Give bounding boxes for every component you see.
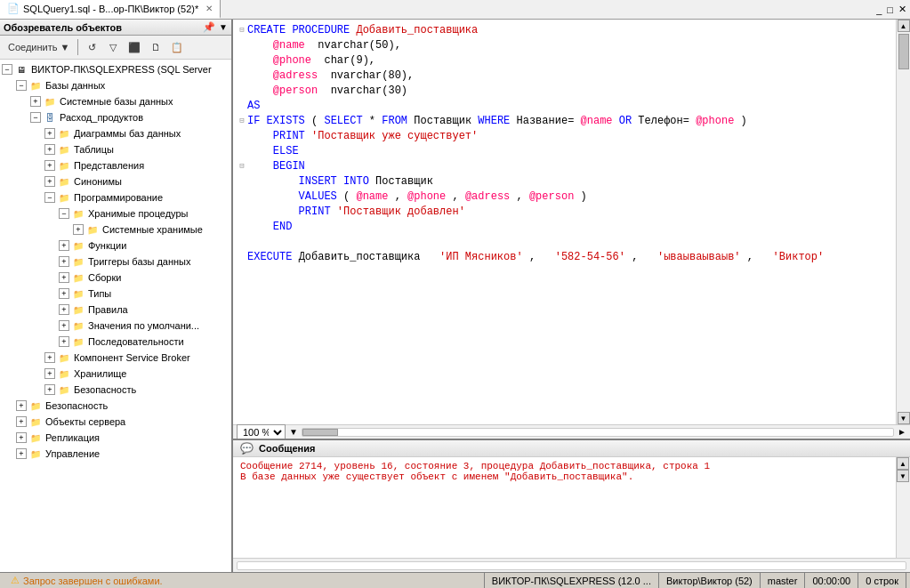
refresh-button[interactable]: ↺ [82,37,101,57]
arrow-icon[interactable]: ▼ [219,22,228,32]
scroll-thumb[interactable] [898,34,909,69]
tree-item-databases[interactable]: − 📁 Базы данных [2,77,230,93]
tree-item-storedprocs[interactable]: − 📁 Хранимые процедуры [2,205,230,222]
tree-item-functions[interactable]: + 📁 Функции [2,238,230,254]
msg-scroll-up[interactable]: ▲ [897,457,909,470]
tree-item-types[interactable]: + 📁 Типы [2,286,230,302]
expand-replication[interactable]: + [16,432,27,443]
scroll-up-arrow[interactable]: ▲ [898,20,910,32]
zoom-dropdown-arrow[interactable]: ▼ [289,427,298,437]
kw-insert: INSERT [299,175,337,188]
h-scroll-track[interactable] [302,428,894,437]
expand-types[interactable]: + [59,288,69,299]
expand-databases[interactable]: − [16,80,27,91]
line-expand-10[interactable]: ⊟ [237,161,247,173]
expand-расход[interactable]: − [30,112,41,123]
h-scroll-right-arrow[interactable]: ► [898,427,906,437]
tree-item-db-расход[interactable]: − 🗄 Расход_продуктов [2,109,230,125]
v-adress: @adress [465,190,510,203]
expand-system-dbs[interactable]: + [30,96,41,107]
summary-button[interactable]: 📋 [167,37,187,57]
code-vertical-scrollbar[interactable]: ▲ ▼ [896,20,910,424]
proc-name: Добавить_поставщика [356,24,478,36]
status-user-text: Виктор\Виктор (52) [666,576,753,586]
expand-rules[interactable]: + [59,304,69,315]
tree-item-servicebroker[interactable]: + 📁 Компонент Service Broker [2,350,230,366]
tree-item-security[interactable]: + 📁 Безопасность [2,398,230,414]
expand-tables[interactable]: + [44,144,55,155]
minimize-icon[interactable]: _ [876,4,882,15]
expand-defaults[interactable]: + [59,320,69,331]
tree-item-tables[interactable]: + 📁 Таблицы [2,141,230,157]
code-line-3: @phone char(9), [237,53,892,68]
tree-item-replication[interactable]: + 📁 Репликация [2,430,230,446]
str-exists: 'Поставщик уже существует' [311,130,478,142]
expand-servicebroker[interactable]: + [44,352,55,363]
tree-item-db-security[interactable]: + 📁 Безопасность [2,382,230,398]
tree-item-server[interactable]: − 🖥 ВИКТОР-ПК\SQLEXPRESS (SQL Server [2,61,230,77]
msg-vertical-scrollbar[interactable]: ▲ ▼ [896,457,910,558]
code-line-14: END [237,220,892,235]
line-content-1: CREATE PROCEDURE Добавить_поставщика [247,23,892,38]
tree-item-system-dbs[interactable]: + 📁 Системные базы данных [2,93,230,109]
msg-h-scroll-track[interactable] [237,561,906,570]
tree-item-views[interactable]: + 📁 Представления [2,157,230,173]
line-expand-7[interactable]: ⊟ [237,116,247,127]
filter-button[interactable]: ▽ [103,37,123,57]
expand-storage[interactable]: + [44,368,55,379]
tab-close-button[interactable]: ✕ [205,4,213,13]
messages-panel: 💬 Сообщения Сообщение 2714, уровень 16, … [233,439,910,572]
pin-icon[interactable]: 📌 [203,21,215,33]
tree-item-rules[interactable]: + 📁 Правила [2,302,230,318]
new-query-button[interactable]: 🗋 [146,37,165,57]
tree-item-synonyms[interactable]: + 📁 Синонимы [2,173,230,189]
tree-item-storage[interactable]: + 📁 Хранилище [2,366,230,382]
expand-diagrams[interactable]: + [44,128,55,139]
code-editor[interactable]: ⊟ CREATE PROCEDURE Добавить_поставщика @… [233,20,896,424]
expand-functions[interactable]: + [59,240,69,251]
folder-icon-types: 📁 [71,286,85,301]
code-line-5: @person nvarchar(30) [237,84,892,99]
h-scroll-thumb[interactable] [302,429,338,436]
status-db-text: master [768,576,798,586]
status-db-seg: master [761,573,806,588]
tree-item-diagrams[interactable]: + 📁 Диаграммы баз данных [2,125,230,141]
tree-item-defaults[interactable]: + 📁 Значения по умолчани... [2,318,230,334]
close-icon[interactable]: ✕ [898,4,906,15]
tree-item-dbtriggers[interactable]: + 📁 Триггеры базы данных [2,254,230,270]
tree-item-assemblies[interactable]: + 📁 Сборки [2,270,230,286]
expand-db-security[interactable]: + [44,384,55,395]
query-tab[interactable]: 📄 SQLQuery1.sql - В...op-ПК\Виктор (52)*… [0,0,221,19]
expand-server[interactable]: − [2,64,12,75]
restore-icon[interactable]: □ [887,4,893,15]
zoom-select[interactable]: 100 % [237,424,286,440]
tree-item-server-objects[interactable]: + 📁 Объекты сервера [2,414,230,430]
expand-dbtriggers[interactable]: + [59,256,69,267]
expand-views[interactable]: + [44,160,55,171]
expand-system-procs[interactable]: + [73,224,84,235]
folder-icon-views: 📁 [57,158,71,173]
tree-item-sequences[interactable]: + 📁 Последовательности [2,334,230,350]
stop-button[interactable]: ⬛ [125,37,144,57]
msg-scroll-down[interactable]: ▼ [897,470,909,482]
connect-button[interactable]: Соединить ▼ [4,37,74,57]
tree-item-programming[interactable]: − 📁 Программирование [2,189,230,205]
expand-server-objects[interactable]: + [16,416,27,427]
status-bar: ⚠ Запрос завершен с ошибками. ВИКТОР-ПК\… [0,572,910,588]
scroll-down-arrow[interactable]: ▼ [898,412,910,424]
expand-management[interactable]: + [16,448,27,459]
expand-security[interactable]: + [16,400,27,411]
tab-icon: 📄 [7,3,20,14]
expand-synonyms[interactable]: + [44,176,55,187]
tree-item-management[interactable]: + 📁 Управление [2,446,230,462]
line-expand-1[interactable]: ⊟ [237,25,247,36]
tree-item-system-procs[interactable]: + 📁 Системные хранимые [2,222,230,238]
expand-assemblies[interactable]: + [59,272,69,283]
folder-icon-systemdbs: 📁 [43,94,57,109]
expand-storedprocs[interactable]: − [59,208,69,219]
exec-str1: 'ИП Мясников' [439,251,523,263]
exec-str3: 'ываываываыв' [657,251,741,263]
expand-programming[interactable]: − [44,192,55,203]
expand-sequences[interactable]: + [59,336,69,347]
folder-icon-defaults: 📁 [71,318,85,333]
